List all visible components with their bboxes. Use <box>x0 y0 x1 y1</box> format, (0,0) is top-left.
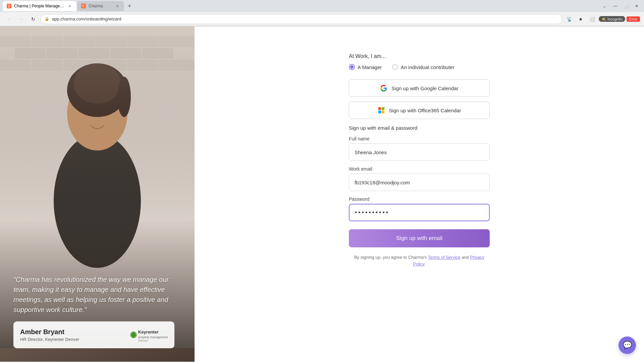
person-card: Amber Bryant HR Director, Keyrenter Denv… <box>13 321 174 348</box>
maximize-button[interactable]: ⬜ <box>621 1 631 11</box>
left-panel: "Charma has revolutionized the way we ma… <box>0 26 195 362</box>
contributor-label: An individual contributer <box>401 64 454 70</box>
person-name: Amber Bryant <box>20 328 79 336</box>
svg-text:C: C <box>8 4 10 8</box>
contributor-option[interactable]: An individual contributer <box>392 64 454 70</box>
tab-bar: C Charma | People Management S... ✕ C Ch… <box>0 0 644 12</box>
error-badge: Error <box>627 16 640 22</box>
terms-text: By signing up, you agree to Charma's Ter… <box>349 254 490 267</box>
signup-email-button[interactable]: Sign up with email <box>349 229 490 247</box>
fullname-input[interactable] <box>349 143 490 161</box>
work-role-section: At Work, I am... A Manager An individual… <box>349 53 490 70</box>
split-screen-icon[interactable]: ⬜ <box>587 14 597 24</box>
chat-support-button[interactable]: 💬 <box>619 337 636 354</box>
manager-radio[interactable] <box>349 64 355 70</box>
terms-and: and <box>461 255 470 260</box>
terms-suffix: . <box>424 261 426 266</box>
role-section-label: At Work, I am... <box>349 53 490 59</box>
office365-icon <box>378 107 385 114</box>
tab-2-favicon: C <box>81 4 86 8</box>
signup-btn-label: Sign up with email <box>396 235 442 241</box>
chat-icon: 💬 <box>623 341 632 350</box>
tab-2[interactable]: C Charma ✕ <box>77 1 124 11</box>
right-panel: At Work, I am... A Manager An individual… <box>195 26 644 362</box>
nav-bar: ← → ↻ 🔒 app.charma.com/onboarding/wizard… <box>0 12 644 26</box>
tab-2-close[interactable]: ✕ <box>115 3 120 9</box>
office365-btn-label: Sign up with Office365 Calendar <box>389 108 461 113</box>
fullname-field-group: Full name <box>349 136 490 161</box>
tab-1-close[interactable]: ✕ <box>67 3 72 9</box>
bookmark-star-icon[interactable]: ★ <box>576 14 586 24</box>
contributor-radio[interactable] <box>392 64 398 70</box>
main-content: "Charma has revolutionized the way we ma… <box>0 26 644 362</box>
form-container: At Work, I am... A Manager An individual… <box>349 53 490 267</box>
fullname-label: Full name <box>349 136 490 141</box>
svg-rect-32 <box>378 107 381 110</box>
ssl-lock-icon: 🔒 <box>45 17 49 21</box>
url-text: app.charma.com/onboarding/wizard <box>52 16 558 21</box>
svg-text:Keyrenter: Keyrenter <box>138 329 159 335</box>
workemail-field-group: Work email <box>349 166 490 191</box>
role-radio-group: A Manager An individual contributer <box>349 64 490 70</box>
cast-icon[interactable]: 📡 <box>565 14 575 24</box>
workemail-label: Work email <box>349 166 490 172</box>
window-close-button[interactable]: ✕ <box>632 1 641 11</box>
password-input[interactable] <box>349 204 490 221</box>
tab-1-title: Charma | People Management S... <box>14 4 64 8</box>
svg-text:property management: property management <box>138 336 168 339</box>
manager-option[interactable]: A Manager <box>349 64 382 70</box>
terms-prefix: By signing up, you agree to Charma's <box>354 255 428 260</box>
svg-rect-33 <box>381 107 384 110</box>
person-info: Amber Bryant HR Director, Keyrenter Denv… <box>20 328 79 342</box>
svg-text:C: C <box>82 4 85 8</box>
forward-button[interactable]: → <box>16 14 26 24</box>
password-label: Password <box>349 196 490 202</box>
tab-1[interactable]: C Charma | People Management S... ✕ <box>3 1 76 11</box>
window-controls: ⌄ — ⬜ ✕ <box>600 1 641 11</box>
reload-button[interactable]: ↻ <box>28 14 38 24</box>
testimonial-quote: "Charma has revolutionized the way we ma… <box>13 275 181 315</box>
google-icon <box>380 84 387 92</box>
back-button[interactable]: ← <box>4 14 14 24</box>
incognito-badge: 🕵 Incognito <box>599 16 625 22</box>
office365-calendar-button[interactable]: Sign up with Office365 Calendar <box>349 102 490 119</box>
tab-1-favicon: C <box>7 4 11 8</box>
person-title: HR Director, Keyrenter Denver <box>20 337 79 342</box>
browser-chrome: C Charma | People Management S... ✕ C Ch… <box>0 0 644 26</box>
email-section-label: Sign up with email & password <box>349 125 490 131</box>
google-btn-label: Sign up with Google Calendar <box>391 85 458 91</box>
tab-list-button[interactable]: ⌄ <box>600 1 609 11</box>
new-tab-button[interactable]: + <box>125 1 134 11</box>
address-bar[interactable]: 🔒 app.charma.com/onboarding/wizard <box>40 14 562 24</box>
tab-2-title: Charma <box>89 4 112 8</box>
incognito-label: Incognito <box>607 17 623 21</box>
incognito-icon: 🕵 <box>601 17 606 21</box>
svg-text:Denver: Denver <box>138 339 148 342</box>
google-calendar-button[interactable]: Sign up with Google Calendar <box>349 79 490 97</box>
minimize-button[interactable]: — <box>610 1 620 11</box>
nav-right-icons: 📡 ★ ⬜ 🕵 Incognito Error <box>565 14 640 24</box>
terms-of-service-link[interactable]: Terms of Service <box>428 255 461 260</box>
password-field-group: Password <box>349 196 490 221</box>
manager-label: A Manager <box>358 64 382 70</box>
workemail-input[interactable] <box>349 174 490 191</box>
company-logo: Keyrenter property management Denver <box>127 327 168 343</box>
svg-rect-35 <box>381 111 384 113</box>
svg-rect-34 <box>378 111 381 113</box>
